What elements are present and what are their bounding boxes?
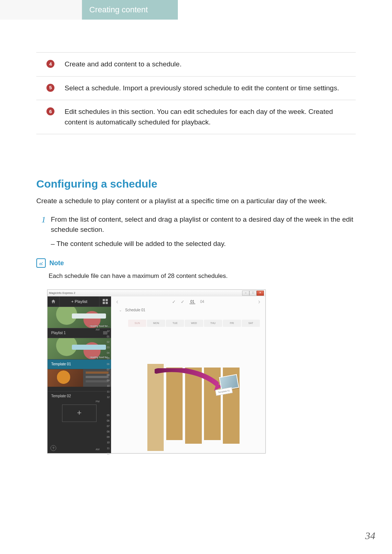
note-label: Note	[49, 259, 64, 267]
thumbnail-overlay	[72, 313, 106, 319]
thumbnail-caption: Healthy food for...	[90, 325, 110, 327]
schedule-block[interactable]	[147, 364, 164, 451]
sidebar-item-label: Template 01	[51, 360, 71, 369]
hour-label: 01	[100, 334, 110, 339]
window-titlebar: MagicInfo Express 2 – □ ✕	[48, 290, 265, 297]
minimize-button[interactable]: –	[242, 291, 249, 296]
schedule-block[interactable]	[166, 368, 183, 440]
am-label-end: AM	[94, 448, 99, 451]
chevron-down-icon: ⌄	[119, 308, 122, 312]
section-intro: Create a schedule to play content or a p…	[36, 196, 356, 206]
sidebar-add-button[interactable]: +	[62, 405, 97, 422]
hour-label: 12	[100, 328, 110, 334]
callout-table: 4 Create and add content to a schedule. …	[36, 52, 356, 134]
page-current: 01	[189, 300, 195, 304]
header-stub	[0, 0, 82, 20]
grid-icon	[103, 299, 108, 304]
home-icon	[51, 299, 56, 304]
pm-label: PM	[94, 400, 99, 403]
hour-label: 04	[100, 350, 110, 356]
hour-label: 08	[100, 429, 110, 434]
schedule-editor: ‹ ✓ ✓ 01 04 › ⌄ Schedule 01 AM PM AM	[111, 296, 265, 453]
section-heading: Configuring a schedule	[36, 178, 356, 190]
home-button[interactable]	[48, 296, 60, 307]
day-header: FRI	[223, 320, 241, 327]
schedule-toolbar: ‹ ✓ ✓ 01 04 ›	[111, 296, 265, 307]
hours-column-am: 12 01 02 03 04 05 06 07 08 09 10 11 12	[100, 328, 110, 400]
next-button[interactable]: ›	[258, 298, 260, 305]
callout-number: 4	[36, 59, 65, 68]
hour-label: 10	[100, 383, 110, 389]
schedule-block[interactable]	[204, 368, 221, 440]
callout-row-6: 6 Edit schedules in this section. You ca…	[36, 100, 356, 134]
document-page: Creating content 4 Create and add conten…	[0, 0, 392, 554]
schedule-grid[interactable]: SUN MON TUE WED THU FRI SAT	[128, 320, 260, 450]
hour-label: 11	[100, 446, 110, 451]
callout-row-4: 4 Create and add content to a schedule.	[36, 53, 356, 77]
hour-label: 05	[100, 356, 110, 361]
schedule-rows	[128, 328, 260, 450]
sidebar-item-label: Template 02	[51, 391, 71, 401]
window-body: + Playlist Healthy food for... Playlist …	[48, 296, 265, 453]
schedule-name: Schedule 01	[125, 308, 146, 312]
note-header: Note	[36, 258, 356, 268]
hour-label: 06	[100, 361, 110, 367]
hour-label: 07	[100, 367, 110, 372]
prev-button[interactable]: ‹	[116, 298, 118, 305]
hour-label: 03	[100, 345, 110, 350]
am-label: AM	[94, 328, 99, 331]
sidebar-thumb-1[interactable]: Healthy food for...	[48, 307, 111, 328]
hour-label: 12	[100, 394, 110, 400]
step-subtext: – The content schedule will be added to …	[51, 239, 356, 249]
hour-label: 11	[100, 389, 110, 394]
hour-label: 02	[100, 339, 110, 345]
screenshot-figure: MagicInfo Express 2 – □ ✕ + Playlist	[47, 290, 266, 454]
hour-label: 08	[100, 372, 110, 378]
chapter-header: Creating content	[0, 0, 392, 20]
hour-label: 10	[100, 440, 110, 445]
day-header: TUE	[166, 320, 184, 327]
note-icon	[36, 258, 46, 268]
maximize-button[interactable]: □	[249, 291, 257, 296]
callout-number-circle: 4	[46, 60, 54, 68]
page-total: 04	[200, 300, 204, 304]
help-button[interactable]: ?	[50, 445, 56, 451]
step-number: 1	[36, 214, 51, 249]
day-header: MON	[147, 320, 165, 327]
day-header-row: SUN MON TUE WED THU FRI SAT	[128, 320, 260, 327]
note-text: Each schedule file can have a maximum of…	[49, 271, 356, 281]
day-header: SAT	[242, 320, 260, 327]
schedule-name-row[interactable]: ⌄ Schedule 01	[111, 307, 265, 314]
thumbnail-image	[48, 369, 83, 387]
toolbar-center: ✓ ✓ 01 04	[172, 299, 204, 304]
callout-text: Edit schedules in this section. You can …	[65, 107, 356, 127]
check-icon[interactable]: ✓	[172, 299, 176, 304]
day-header: THU	[204, 320, 222, 327]
step-text: From the list of content, select and dra…	[51, 214, 356, 235]
hour-label: 12	[100, 451, 110, 456]
sidebar-item-label: Playlist 1	[51, 328, 66, 338]
window-buttons: – □ ✕	[242, 291, 264, 296]
grid-view-button[interactable]	[99, 296, 111, 307]
window-title: MagicInfo Express 2	[49, 291, 75, 295]
hour-label: 06	[100, 418, 110, 423]
sidebar-topbar: + Playlist	[48, 296, 111, 307]
hour-label: 07	[100, 423, 110, 429]
hours-column-pm: 05 06 07 08 09 10 11 12	[100, 413, 110, 452]
hour-label: 05	[100, 413, 110, 418]
callout-number-circle: 6	[46, 107, 54, 115]
step-body: From the list of content, select and dra…	[51, 214, 356, 249]
add-playlist-button[interactable]: + Playlist	[60, 296, 99, 307]
check-icon[interactable]: ✓	[181, 299, 184, 304]
day-header: SUN	[128, 320, 146, 327]
step-1: 1 From the list of content, select and d…	[36, 214, 356, 249]
callout-text: Select a schedule. Import a previously s…	[65, 83, 356, 94]
hour-label: 09	[100, 434, 110, 440]
chapter-title: Creating content	[82, 0, 178, 20]
callout-number: 6	[36, 107, 65, 115]
close-button[interactable]: ✕	[257, 291, 264, 296]
schedule-block[interactable]	[185, 368, 202, 444]
callout-number-circle: 5	[46, 84, 54, 92]
day-header: WED	[185, 320, 203, 327]
page-number: 34	[365, 530, 375, 542]
